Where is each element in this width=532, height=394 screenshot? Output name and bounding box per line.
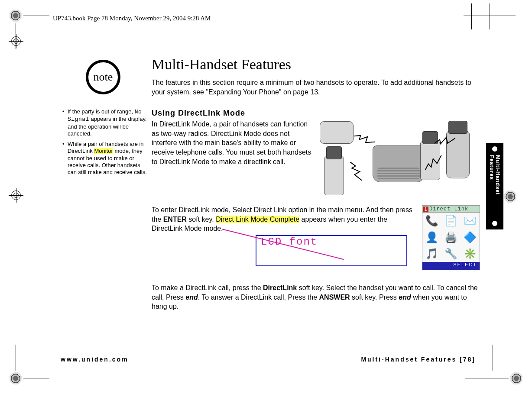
footer-page-ref: Multi-Handset Features [78] <box>361 356 476 363</box>
note-text: If the party is out of range, <box>68 108 135 115</box>
page-body: note If the party is out of range, No Si… <box>61 56 480 359</box>
lcd-menu-icon: 🖨️ <box>441 229 461 245</box>
base-unit-icon <box>373 145 425 182</box>
page-footer: www.uniden.com Multi-Handset Features [7… <box>61 356 476 363</box>
registration-target <box>10 10 22 22</box>
handset-icon <box>324 156 344 195</box>
note-badge: note <box>86 60 120 94</box>
signal-bolt-icon <box>353 132 376 147</box>
section-heading: Using DirectLink Mode <box>152 109 480 118</box>
crop-line <box>490 3 490 29</box>
directlink-paragraph-2: To enter DirectLink mode, Select Direct … <box>152 205 418 233</box>
lcd-menu-icon: ✳️ <box>461 245 480 262</box>
lcd-menu-icon: 🎵 <box>422 245 441 262</box>
lcd-title: Direct Link <box>429 206 468 212</box>
footer-url: www.uniden.com <box>61 356 129 363</box>
end-key-label: end <box>185 294 198 301</box>
lcd-menu-icon: 👤 <box>422 229 441 245</box>
lcd-menu-icon: ✉️ <box>461 213 480 229</box>
text: . To answer a DirectLink call, Press the <box>198 294 319 301</box>
annotation-box: LCD font <box>256 235 407 266</box>
text: To make a DirectLink call, press the <box>152 284 263 291</box>
crop-line <box>465 378 509 378</box>
lcd-menu-icon: 🔧 <box>441 245 461 262</box>
enter-key-label: ENTER <box>163 216 187 223</box>
phone-illustration <box>316 119 472 202</box>
text: soft key. Press <box>350 294 399 301</box>
note-item: If the party is out of range, No Signal … <box>64 108 147 137</box>
lcd-menu-grid: 📞 📄 ✉️ 👤 🖨️ 🔷 🎵 🔧 ✳️ <box>422 213 480 262</box>
side-tab-label: Multi-Handset Features <box>486 155 503 217</box>
lcd-handset-number: 1 <box>423 207 428 212</box>
crop-line <box>23 378 49 378</box>
pdf-header-line: UP743.book Page 78 Monday, November 29, … <box>53 15 211 22</box>
directlink-paragraph-3: To make a DirectLink call, press the Dir… <box>152 283 480 311</box>
note-sidebar: If the party is out of range, No Signal … <box>61 108 147 179</box>
registration-mark <box>11 36 21 46</box>
note-badge-label: note <box>94 71 113 84</box>
lcd-menu-icon: 🔷 <box>461 229 480 245</box>
registration-mark <box>11 191 21 200</box>
note-monitor-marked: Monitor <box>94 148 113 154</box>
crop-line <box>16 345 16 371</box>
side-tab: Multi-Handset Features <box>486 143 503 229</box>
wall-phone-icon <box>320 121 354 144</box>
crop-line <box>471 3 472 29</box>
lcd-menu-icon: 📄 <box>441 213 461 229</box>
end-key-label: end <box>399 294 411 301</box>
text: soft key. <box>187 216 216 223</box>
crop-line <box>23 16 49 16</box>
directlink-paragraph-1: In DirectLink Mode, a pair of handsets c… <box>152 119 312 202</box>
answer-key-label: ANSWER <box>319 294 350 301</box>
lcd-menu-icon: 📞 <box>422 213 441 229</box>
crop-line <box>493 345 493 371</box>
directlink-key-label: DirectLink <box>263 284 297 291</box>
page-title: Multi-Handset Features <box>152 56 480 73</box>
note-item: While a pair of handsets are in DirectLi… <box>64 141 147 176</box>
intro-paragraph: The features in this section require a m… <box>152 78 480 97</box>
lcd-title-bar: 1 Direct Link <box>422 206 480 213</box>
highlighted-text: Direct Link Mode Complete <box>216 216 299 223</box>
lcd-preview: 1 Direct Link 📞 📄 ✉️ 👤 🖨️ 🔷 🎵 🔧 ✳️ SELEC… <box>422 205 480 270</box>
registration-target <box>10 372 22 384</box>
registration-target <box>504 191 516 203</box>
lcd-softkey-label: SELECT <box>422 262 480 270</box>
main-column: Multi-Handset Features The features in t… <box>152 56 480 311</box>
signal-bolt-icon <box>347 160 365 183</box>
registration-target <box>510 372 522 384</box>
